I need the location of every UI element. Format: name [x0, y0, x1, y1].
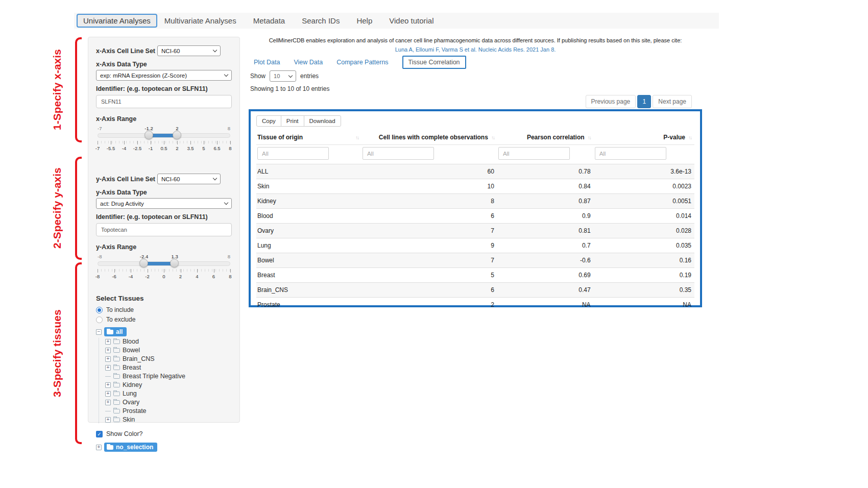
nav-item-video-tutorial[interactable]: Video tutorial: [389, 16, 433, 25]
cell-tissue: Prostate: [256, 298, 361, 312]
radio-icon[interactable]: [96, 316, 103, 323]
tree-item-skin[interactable]: +Skin: [105, 416, 232, 423]
cell-tissue: Ovary: [256, 224, 361, 238]
x-identifier-label: Identifier: (e.g. topotecan or SLFN11): [96, 85, 232, 92]
radio-icon[interactable]: [96, 307, 103, 313]
slider-handle-from[interactable]: [139, 259, 148, 267]
cell-value: 8: [361, 194, 497, 209]
nav-item-univariate-analyses[interactable]: Univariate Analyses: [77, 14, 157, 28]
radio-to-include[interactable]: To include: [96, 306, 232, 313]
tick-mark: [148, 269, 148, 273]
chevron-down-icon: [224, 201, 228, 205]
tab-view-data[interactable]: View Data: [294, 59, 323, 66]
x-range-slider[interactable]: -78-1.22-7-5.5-4-2.5-10.523.556.58: [98, 126, 230, 155]
folder-icon: [107, 330, 113, 334]
download-button[interactable]: Download: [304, 115, 341, 127]
expand-icon[interactable]: +: [105, 365, 111, 371]
tree-item-kidney[interactable]: +Kidney: [105, 381, 232, 388]
tree-item-breast[interactable]: +Breast: [105, 364, 232, 371]
x-cell-line-set-select[interactable]: NCI-60: [157, 45, 221, 56]
print-button[interactable]: Print: [281, 115, 304, 127]
chevron-down-icon: [213, 176, 217, 180]
page-1-button[interactable]: 1: [637, 95, 651, 108]
tree-item-all[interactable]: − all: [96, 327, 232, 336]
tree-item-no-selection[interactable]: + no_selection: [96, 443, 232, 452]
filter-input-pearson-correlation[interactable]: [498, 147, 570, 160]
filter-input-tissue-of-origin[interactable]: [257, 147, 329, 160]
nav-item-search-ids[interactable]: Search IDs: [302, 16, 340, 25]
expand-icon[interactable]: +: [105, 348, 111, 353]
column-header-p-value[interactable]: P-value↑↓: [594, 131, 694, 145]
table-header-row: Tissue of origin↑↓Cell lines with comple…: [256, 131, 694, 145]
tab-compare-patterns[interactable]: Compare Patterns: [336, 59, 388, 66]
expand-icon[interactable]: +: [96, 445, 102, 450]
tick-label: 0: [162, 274, 165, 279]
expand-icon[interactable]: +: [105, 400, 111, 405]
y-cell-line-set-select[interactable]: NCI-60: [157, 174, 221, 184]
cell-value: NA: [497, 298, 594, 312]
tree-connector: [105, 376, 111, 377]
tissue-tree: − all +Blood+Bowel+Brain_CNS+BreastBreas…: [96, 327, 232, 423]
table-body: ALL600.783.6e-13Skin100.840.0023Kidney80…: [256, 164, 694, 312]
tree-item-brain-cns[interactable]: +Brain_CNS: [105, 355, 232, 362]
folder-icon: [113, 339, 120, 344]
expand-icon[interactable]: +: [105, 417, 111, 423]
cell-value: 0.87: [497, 194, 594, 209]
show-color-label: Show Color?: [106, 430, 143, 437]
checkbox-checked-icon[interactable]: [96, 431, 103, 437]
x-data-type-select[interactable]: exp: mRNA Expression (Z-Score): [96, 70, 232, 81]
tick-label: 2: [179, 274, 182, 279]
next-page-button[interactable]: Next page: [653, 95, 692, 108]
y-data-type-select[interactable]: act: Drug Activity: [96, 198, 232, 209]
slider-handle-to[interactable]: [170, 259, 179, 267]
nav-item-metadata[interactable]: Metadata: [253, 16, 285, 25]
y-identifier-input[interactable]: [96, 223, 232, 236]
cell-value: 0.035: [594, 238, 694, 253]
entries-select[interactable]: 10: [270, 70, 296, 82]
tree-item-breast-triple-negative[interactable]: Breast Triple Negative: [105, 373, 232, 380]
collapse-icon[interactable]: −: [96, 329, 102, 335]
cell-value: 0.69: [497, 268, 594, 283]
radio-to-exclude[interactable]: To exclude: [96, 316, 232, 323]
tick-label: 3.5: [187, 145, 194, 151]
tick-label: 5: [202, 145, 205, 151]
tissue-tree-children: +Blood+Bowel+Brain_CNS+BreastBreast Trip…: [99, 338, 232, 423]
folder-icon: [113, 400, 120, 405]
tick-label: 8: [229, 145, 231, 151]
showing-info: Showing 1 to 10 of 10 entries: [250, 85, 329, 92]
expand-icon[interactable]: +: [105, 391, 111, 397]
column-header-pearson-correlation[interactable]: Pearson correlation↑↓: [497, 131, 594, 145]
x-cell-line-set-label: x-Axis Cell Line Set: [96, 47, 155, 55]
export-buttons: CopyPrintDownload: [256, 115, 694, 127]
cell-tissue: Skin: [256, 179, 361, 194]
x-identifier-input[interactable]: [96, 95, 232, 108]
tab-tissue-correlation[interactable]: Tissue Correlation: [402, 56, 466, 69]
filter-input-p-value[interactable]: [595, 147, 666, 160]
copy-button[interactable]: Copy: [256, 115, 281, 127]
citation-link[interactable]: Luna A, Elloumi F, Varma S et al. Nuclei…: [249, 46, 702, 53]
tree-item-blood[interactable]: +Blood: [105, 338, 232, 345]
nav-item-multivariate-analyses[interactable]: Multivariate Analyses: [164, 16, 236, 25]
cell-value: 0.7: [497, 238, 594, 253]
slider-handle-to[interactable]: [173, 131, 181, 139]
tree-item-lung[interactable]: +Lung: [105, 390, 232, 397]
slider-handle-from[interactable]: [144, 131, 153, 139]
cell-value: 0.84: [497, 179, 594, 194]
filter-input-cell-lines-with-complete-observations[interactable]: [363, 147, 434, 160]
expand-icon[interactable]: +: [105, 339, 111, 345]
expand-icon[interactable]: +: [105, 356, 111, 362]
previous-page-button[interactable]: Previous page: [586, 95, 636, 108]
y-range-slider[interactable]: -88-2.41.3-8-6-4-202468: [98, 254, 230, 283]
tree-item-prostate[interactable]: Prostate: [105, 407, 232, 414]
column-header-tissue-of-origin[interactable]: Tissue of origin↑↓: [256, 131, 361, 145]
tab-plot-data[interactable]: Plot Data: [254, 59, 280, 66]
expand-icon[interactable]: +: [105, 382, 111, 388]
column-header-cell-lines-with-complete-observations[interactable]: Cell lines with complete observations↑↓: [361, 131, 497, 145]
tick-mark: [151, 141, 151, 144]
tree-item-bowel[interactable]: +Bowel: [105, 347, 232, 354]
nav-item-help[interactable]: Help: [356, 16, 372, 25]
tree-item-ovary[interactable]: +Ovary: [105, 399, 232, 406]
show-color-toggle[interactable]: Show Color?: [96, 430, 232, 437]
tick-mark: [137, 141, 138, 144]
cell-value: 0.47: [497, 283, 594, 298]
